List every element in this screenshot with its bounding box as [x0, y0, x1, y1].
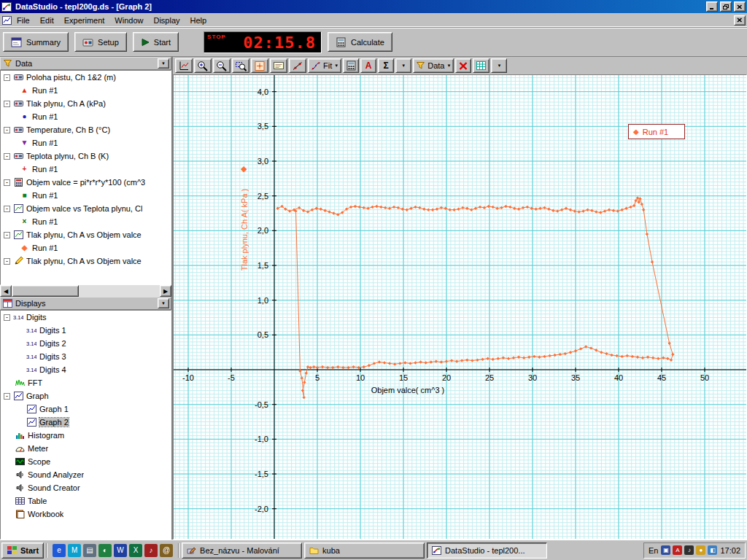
quick-launch-icon-6[interactable]: X	[129, 544, 142, 557]
tree-expand-icon[interactable]: -	[4, 74, 10, 81]
setup-button[interactable]: Setup	[74, 32, 127, 52]
start-button[interactable]: Start	[133, 32, 179, 52]
menu-window[interactable]: Window	[109, 14, 148, 27]
quick-launch-icon-1[interactable]: e	[53, 544, 66, 557]
tree-expand-icon[interactable]: -	[4, 232, 10, 238]
display-row[interactable]: -3.14Digits	[1, 311, 171, 324]
zoom-out-button[interactable]	[213, 58, 231, 73]
data-source-row[interactable]: -Tlak plynu, Ch A (kPa)	[1, 97, 171, 110]
y-axis-title[interactable]: Tlak plynu, Ch A( kPa )	[240, 113, 250, 346]
x-axis-title[interactable]: Objem valce( cm^3 )	[298, 386, 517, 394]
taskbar-task-folder[interactable]: kuba	[304, 542, 425, 559]
close-button[interactable]	[734, 1, 746, 12]
data-source-row[interactable]: -Poloha pistu, Ch 1&2 (m)	[1, 71, 171, 84]
display-row[interactable]: Histogram	[1, 429, 171, 442]
minimize-button[interactable]	[706, 1, 718, 12]
quick-launch-icon-3[interactable]: ▤	[83, 544, 96, 557]
menu-display[interactable]: Display	[148, 14, 185, 27]
run-row[interactable]: ●Run #1	[1, 110, 171, 123]
data-source-row[interactable]: -Objem valce vs Teplota plynu, Cl	[1, 202, 171, 215]
tree-expand-icon[interactable]: -	[4, 153, 10, 160]
display-row[interactable]: 3.14Digits 1	[1, 324, 171, 337]
data-tree-horizontal-scrollbar[interactable]: ◀ ▶	[0, 285, 171, 297]
child-close-button[interactable]	[734, 15, 746, 26]
display-row[interactable]: Meter	[1, 442, 171, 455]
text-tool-button[interactable]: A	[360, 58, 376, 73]
tray-icon-1[interactable]: ▣	[661, 545, 670, 555]
data-source-row[interactable]: -Tlak plynu, Ch A vs Objem valce	[1, 228, 171, 241]
display-row[interactable]: Table	[1, 494, 171, 508]
tree-expand-icon[interactable]: -	[4, 258, 10, 265]
displays-panel-dropdown-button[interactable]: ▼	[158, 298, 169, 308]
display-row[interactable]: 3.14Digits 4	[1, 363, 171, 376]
graph-settings-dropdown-button[interactable]: ▼	[491, 58, 507, 73]
zoom-select-button[interactable]	[232, 58, 249, 73]
display-row[interactable]: FFT	[1, 376, 171, 389]
legend[interactable]: ◆ Run #1	[628, 124, 685, 139]
tree-expand-icon[interactable]: -	[4, 101, 10, 107]
display-row[interactable]: 3.14Digits 3	[1, 350, 171, 363]
scale-to-fit-button[interactable]	[175, 58, 193, 73]
plot-area[interactable]: -10-551015202530354045504,03,53,02,52,01…	[174, 75, 746, 539]
quick-launch-icon-5[interactable]: W	[114, 544, 127, 557]
data-panel-dropdown-button[interactable]: ▼	[158, 58, 169, 69]
display-row[interactable]: Graph 1	[1, 402, 171, 416]
taskbar-task-paint[interactable]: Bez_názvu - Malování	[182, 542, 302, 559]
quick-launch-icon-2[interactable]: M	[68, 544, 81, 557]
tray-icon-5[interactable]: ◧	[708, 545, 717, 555]
quick-launch-icon-7[interactable]: ♪	[144, 544, 158, 557]
run-row[interactable]: ×Run #1	[1, 215, 171, 228]
display-row[interactable]: -Graph	[1, 389, 171, 402]
quick-launch-icon-8[interactable]: @	[160, 544, 173, 557]
calculate-button[interactable]: Calculate	[328, 32, 392, 52]
quick-launch-icon-4[interactable]: ◐	[98, 544, 112, 557]
tree-expand-icon[interactable]: -	[4, 179, 10, 186]
display-row[interactable]: Graph 2	[1, 416, 171, 429]
display-row[interactable]: Scope	[1, 455, 171, 468]
run-row[interactable]: ◆Run #1	[1, 241, 171, 254]
data-menu-button[interactable]: Data ▼	[413, 58, 454, 73]
scrollbar-thumb[interactable]	[12, 285, 79, 297]
tray-icon-2[interactable]: A	[673, 545, 682, 555]
run-row[interactable]: ▼Run #1	[1, 136, 171, 149]
start-menu-button[interactable]: Start	[1, 542, 44, 559]
menu-help[interactable]: Help	[185, 14, 212, 27]
summary-button[interactable]: Summary	[3, 32, 69, 52]
scroll-left-button[interactable]: ◀	[0, 285, 12, 297]
display-row[interactable]: 3.14Digits 2	[1, 337, 171, 350]
display-row[interactable]: Sound Analyzer	[1, 468, 171, 481]
tree-expand-icon[interactable]: -	[4, 393, 10, 400]
zoom-in-button[interactable]	[194, 58, 212, 73]
tree-expand-icon[interactable]: -	[4, 206, 10, 212]
tray-icon-4[interactable]: ●	[696, 545, 705, 555]
keyboard-layout-indicator[interactable]: En	[649, 546, 658, 555]
menu-experiment[interactable]: Experiment	[59, 14, 110, 27]
taskbar-task-datastudio[interactable]: DataStudio - tepl200...	[427, 542, 547, 559]
data-source-row[interactable]: -Temperature, Ch B (°C)	[1, 123, 171, 136]
menu-edit[interactable]: Edit	[35, 14, 59, 27]
data-source-row[interactable]: -Tlak plynu, Ch A vs Objem valce	[1, 254, 171, 268]
scrollbar-track[interactable]	[79, 285, 160, 297]
menu-file[interactable]: File	[12, 14, 35, 27]
scroll-right-button[interactable]: ▶	[160, 285, 171, 297]
run-row[interactable]: ▲Run #1	[1, 84, 171, 97]
statistics-dropdown-button[interactable]: ▼	[395, 58, 411, 73]
data-source-row[interactable]: -Teplota plynu, Ch B (K)	[1, 149, 171, 163]
remove-button[interactable]	[455, 58, 471, 73]
tray-icon-3[interactable]: ♪	[684, 545, 694, 555]
display-row[interactable]: Workbook	[1, 508, 171, 521]
smart-tool-button[interactable]	[251, 58, 268, 73]
tree-expand-icon[interactable]: -	[4, 314, 10, 321]
tree-expand-icon[interactable]: -	[4, 127, 10, 133]
display-row[interactable]: Sound Creator	[1, 481, 171, 494]
restore-button[interactable]	[720, 1, 732, 12]
slope-tool-button[interactable]	[289, 58, 306, 73]
graph-settings-button[interactable]	[473, 58, 489, 73]
note-tool-button[interactable]	[270, 58, 287, 73]
statistics-button[interactable]: Σ	[378, 58, 394, 73]
run-row[interactable]: ■Run #1	[1, 189, 171, 202]
data-source-row[interactable]: -Objem valce = pi*r*r*y*100 (cm^3	[1, 176, 171, 189]
fit-menu-button[interactable]: Fit ▼	[308, 58, 341, 73]
calculator-tool-button[interactable]	[343, 58, 359, 73]
run-row[interactable]: +Run #1	[1, 163, 171, 176]
